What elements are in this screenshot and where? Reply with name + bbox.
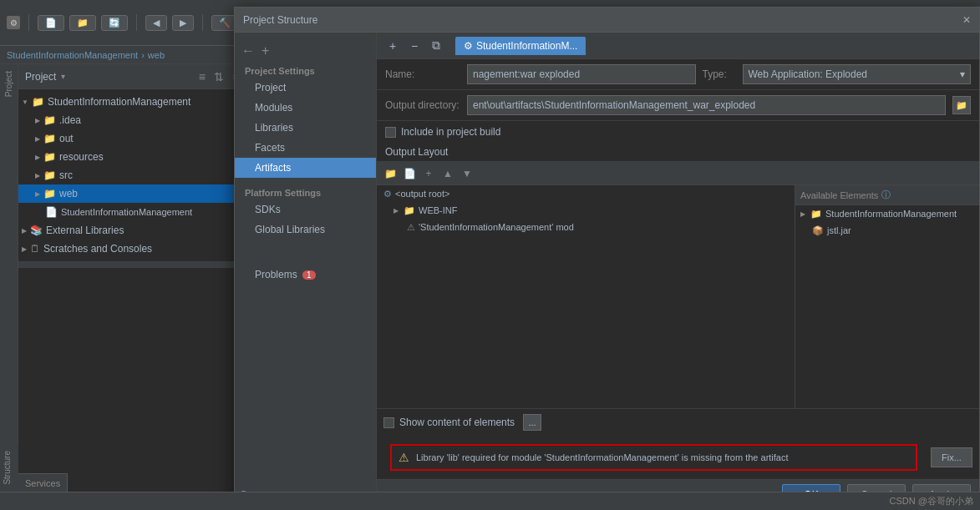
- nav-artifacts-label: Artifacts: [255, 162, 291, 174]
- sim-mod-label: 'StudentInformationManagement' mod: [419, 222, 574, 232]
- dialog-content-area: + − ⧉ ⚙ StudentInformationM...: [377, 33, 979, 509]
- tree-root[interactable]: ▼ 📁 StudentInformationManagement: [18, 93, 250, 111]
- type-select[interactable]: Web Application: Exploded ▾: [743, 64, 972, 84]
- back-arrow-icon: ←: [241, 43, 255, 58]
- nav-libraries[interactable]: Libraries: [235, 118, 376, 138]
- nav-sdks-label: SDKs: [255, 204, 281, 215]
- webinf-folder-icon: 📁: [404, 205, 415, 216]
- artifact-tab-sim[interactable]: ⚙ StudentInformationM...: [455, 37, 586, 55]
- artifact-tab-label: StudentInformationM...: [476, 40, 577, 52]
- output-dir-value: ent\out\artifacts\StudentInformationMana…: [473, 99, 755, 111]
- nav-back-btn[interactable]: ← +: [235, 39, 376, 63]
- tree-webinf[interactable]: ▶ 📁 WEB-INF: [377, 202, 795, 219]
- tree-item-resources[interactable]: ▶ 📁 resources: [18, 148, 250, 166]
- layout-down-btn[interactable]: ▼: [459, 165, 475, 182]
- ide-background: ⚙ 📄 📁 🔄 ◀ ▶ 🔨 Tom ▾ ▶ 🐛 🔍 ⚙ StudentInfor…: [0, 0, 980, 510]
- tree-sim-mod[interactable]: ⚠ 'StudentInformationManagement' mod: [377, 219, 795, 235]
- output-root-label: <output root>: [395, 189, 449, 199]
- nav-facets[interactable]: Facets: [235, 138, 376, 158]
- nav-artifacts[interactable]: Artifacts: [235, 158, 376, 178]
- tree-item-scratches[interactable]: ▶ 🗒 Scratches and Consoles: [18, 240, 250, 258]
- forward-btn[interactable]: ▶: [172, 15, 194, 31]
- tree-scope-icon[interactable]: ≡: [199, 70, 206, 83]
- name-input[interactable]: nagement:war exploded: [467, 64, 696, 84]
- add-icon-btn[interactable]: +: [262, 43, 269, 58]
- nav-problems-label: Problems: [255, 269, 297, 280]
- platform-settings-section-label: Platform Settings: [235, 184, 376, 199]
- tree-sort-icon[interactable]: ⇅: [214, 70, 224, 83]
- tree-item-out[interactable]: ▶ 📁 out: [18, 129, 250, 148]
- breadcrumb-module[interactable]: web: [148, 50, 165, 60]
- avail-sim-icon: 📁: [810, 209, 822, 220]
- fix-label: Fix...: [942, 452, 962, 462]
- tree-item-external-libs[interactable]: ▶ 📚 External Libraries: [18, 221, 250, 240]
- show-content-checkbox[interactable]: [383, 417, 394, 428]
- avail-sim-chevron: ▶: [800, 210, 805, 218]
- nav-sdks[interactable]: SDKs: [235, 199, 376, 220]
- project-tree-label: Project: [25, 71, 56, 83]
- separator-2: [136, 14, 137, 31]
- structure-tab-label: Structure: [3, 451, 12, 485]
- nav-modules[interactable]: Modules: [235, 98, 376, 118]
- nav-global-libs[interactable]: Global Libraries: [235, 220, 376, 240]
- tree-scrollbar[interactable]: [18, 261, 250, 268]
- breadcrumb-sep: ›: [141, 50, 145, 60]
- file-new-btn[interactable]: 📄: [38, 15, 64, 31]
- open-btn[interactable]: 📁: [69, 15, 96, 31]
- copy-artifact-btn[interactable]: ⧉: [427, 37, 445, 55]
- breadcrumb-project[interactable]: StudentInformationManagement: [7, 50, 138, 60]
- ext-libs-icon: 📚: [30, 225, 43, 236]
- warning-box: ⚠ Library 'lib' required for module 'Stu…: [390, 444, 917, 471]
- idea-folder-icon: 📁: [43, 114, 56, 126]
- add-artifact-btn[interactable]: +: [383, 37, 402, 55]
- resources-folder-icon: 📁: [43, 151, 56, 163]
- sync-btn[interactable]: 🔄: [101, 15, 128, 31]
- avail-jstl-icon: 📦: [812, 225, 824, 236]
- services-tab[interactable]: Services: [18, 473, 68, 492]
- nav-project[interactable]: Project: [235, 78, 376, 98]
- tree-item-sim[interactable]: 📄 StudentInformationManagement: [18, 203, 250, 221]
- available-elements-header: Available Elements ⓘ: [795, 185, 979, 205]
- layout-add-btn[interactable]: +: [420, 165, 437, 182]
- webinf-label: WEB-INF: [419, 205, 457, 215]
- app-icon: ⚙: [7, 16, 20, 29]
- type-value: Web Application: Exploded: [749, 68, 868, 80]
- tree-output-root[interactable]: ⚙ <output root>: [377, 185, 795, 202]
- back-btn[interactable]: ◀: [145, 15, 167, 31]
- tree-item-idea[interactable]: ▶ 📁 .idea: [18, 111, 250, 129]
- project-side-tab[interactable]: Project: [2, 64, 16, 104]
- root-icon: 📁: [32, 96, 44, 108]
- dialog-close-icon[interactable]: ✕: [962, 14, 971, 26]
- idea-label: .idea: [59, 114, 81, 126]
- sim-label: StudentInformationManagement: [61, 207, 192, 217]
- avail-jstl[interactable]: 📦 jstl.jar: [795, 222, 979, 239]
- project-tree-header: Project ▾ ≡ ⇅ ⚙: [18, 64, 250, 89]
- show-content-more-btn[interactable]: ...: [523, 414, 541, 431]
- src-label: src: [59, 169, 73, 181]
- show-content-label: Show content of elements: [399, 417, 515, 428]
- structure-tab[interactable]: Structure: [0, 444, 18, 492]
- tree-item-web[interactable]: ▶ 📁 web: [18, 184, 250, 203]
- chevron-icon: ▼: [22, 98, 28, 106]
- nav-problems[interactable]: Problems 1: [235, 265, 376, 285]
- layout-folder-btn[interactable]: 📁: [382, 165, 399, 182]
- out-folder-icon: 📁: [43, 133, 56, 144]
- artifact-tab-container: ⚙ StudentInformationM...: [455, 37, 586, 55]
- warning-triangle-icon: ⚠: [399, 451, 409, 464]
- remove-artifact-btn[interactable]: −: [405, 37, 424, 55]
- output-dir-input[interactable]: ent\out\artifacts\StudentInformationMana…: [467, 95, 946, 115]
- webinf-chevron: ▶: [394, 207, 399, 215]
- tree-item-src[interactable]: ▶ 📁 src: [18, 166, 250, 184]
- artifact-tab-icon: ⚙: [464, 40, 473, 52]
- layout-file-btn[interactable]: 📄: [401, 165, 418, 182]
- avail-jstl-label: jstl.jar: [827, 225, 851, 235]
- avail-sim[interactable]: ▶ 📁 StudentInformationManagement: [795, 205, 979, 222]
- include-build-checkbox[interactable]: [385, 127, 396, 138]
- fix-btn[interactable]: Fix...: [931, 447, 972, 467]
- output-dir-browse-btn[interactable]: 📁: [952, 96, 971, 114]
- project-tree-items: ▼ 📁 StudentInformationManagement ▶ 📁 .id…: [18, 89, 250, 261]
- show-content-row: Show content of elements ...: [377, 408, 979, 436]
- layout-up-btn[interactable]: ▲: [439, 165, 456, 182]
- available-elements-panel: Available Elements ⓘ ▶ 📁 StudentInformat…: [795, 185, 979, 408]
- project-structure-dialog: Project Structure ✕ ← + Project Settings…: [234, 7, 980, 510]
